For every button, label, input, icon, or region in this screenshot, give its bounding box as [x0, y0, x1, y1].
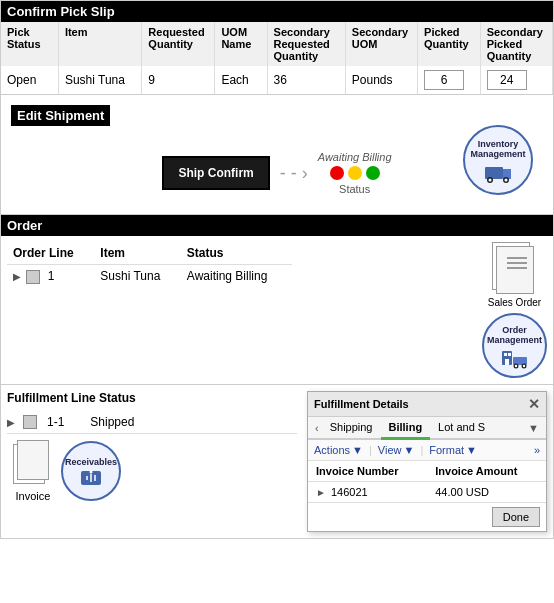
sales-order-icon: Sales Order [488, 242, 541, 308]
sales-order-pages [492, 242, 537, 297]
order-left: Order Line Item Status ▶ [7, 242, 482, 288]
row-expand-arrow[interactable]: ▶ [13, 271, 21, 282]
order-section: Order Order Line Item Status [0, 215, 554, 385]
awaiting-billing-label: Awaiting Billing [318, 151, 392, 163]
red-light [330, 166, 344, 180]
fd-actions-btn[interactable]: Actions ▼ [314, 444, 363, 456]
fulfillment-expand-arrow[interactable]: ▶ [7, 417, 15, 428]
fd-expand-btn[interactable]: » [534, 444, 540, 456]
cell-secondary-uom: Pounds [345, 66, 417, 94]
fd-next-arrow[interactable]: ▼ [525, 422, 542, 434]
fd-footer: Done [308, 502, 546, 531]
invoice-area: Invoice Receivables [7, 433, 297, 508]
invoice-pages [13, 440, 53, 488]
fd-prev-arrow[interactable]: ‹ [312, 422, 322, 434]
cell-requested-qty: 9 [142, 66, 215, 94]
truck-icon [484, 161, 512, 183]
fd-sep1: | [369, 444, 372, 456]
col-order-item: Item [94, 242, 181, 265]
flow-arrow: - - › [280, 163, 308, 184]
col-item: Item [58, 22, 141, 66]
page-line [507, 267, 527, 269]
col-requested-qty: Requested Quantity [142, 22, 215, 66]
ship-confirm-button[interactable]: Ship Confirm [162, 156, 269, 190]
tab-shipping[interactable]: Shipping [322, 417, 381, 440]
invoice-label: Invoice [16, 490, 51, 502]
inventory-mgmt-label: Inventory Management [465, 137, 531, 161]
cell-order-status: Awaiting Billing [181, 265, 292, 288]
cell-order-line: ▶ 1 [7, 265, 94, 288]
fd-toolbar: Actions ▼ | View ▼ | Format ▼ » [308, 440, 546, 461]
fd-format-btn[interactable]: Format ▼ [429, 444, 477, 456]
cell-order-item: Sushi Tuna [94, 265, 181, 288]
svg-rect-7 [504, 353, 507, 356]
svg-rect-9 [505, 359, 509, 365]
svg-point-3 [489, 179, 492, 182]
picked-qty-input[interactable] [424, 70, 464, 90]
sales-order-label: Sales Order [488, 297, 541, 308]
fulfillment-line-status-title: Fulfillment Line Status [7, 391, 297, 405]
receivables-icon [79, 469, 103, 487]
yellow-light [348, 166, 362, 180]
table-row: ► 146021 44.00 USD [308, 482, 546, 503]
tab-billing[interactable]: Billing [381, 417, 431, 440]
fd-tabs: ‹ Shipping Billing Lot and S ▼ [308, 417, 546, 440]
green-light [366, 166, 380, 180]
fd-title: Fulfillment Details [314, 398, 409, 410]
chevron-down-icon: ▼ [352, 444, 363, 456]
chevron-down-icon: ▼ [403, 444, 414, 456]
cell-uom-name: Each [215, 66, 267, 94]
page-line [507, 262, 527, 264]
fd-close-button[interactable]: ✕ [528, 396, 540, 412]
svg-rect-8 [508, 353, 511, 356]
order-header: Order [1, 215, 553, 236]
fulfillment-details-panel: Fulfillment Details ✕ ‹ Shipping Billing… [307, 391, 547, 532]
svg-point-14 [522, 364, 524, 366]
fulfillment-row: ▶ 1-1 Shipped [7, 411, 297, 433]
cell-secondary-picked-qty[interactable] [480, 66, 552, 94]
fd-col-invoice-number: Invoice Number [308, 461, 427, 482]
page-line [507, 257, 527, 259]
receivables-label: Receivables [63, 455, 119, 469]
cell-secondary-requested-qty: 36 [267, 66, 345, 94]
building-truck-icon [501, 347, 529, 369]
svg-rect-0 [485, 167, 503, 179]
cell-pick-status: Open [1, 66, 58, 94]
status-label: Status [339, 183, 370, 195]
fd-sep2: | [420, 444, 423, 456]
fd-done-button[interactable]: Done [492, 507, 540, 527]
doc-icon [26, 270, 40, 284]
col-order-status: Status [181, 242, 292, 265]
tab-lot-and-s[interactable]: Lot and S [430, 417, 493, 440]
fd-cell-invoice-amount: 44.00 USD [427, 482, 546, 503]
inv-page2 [17, 440, 49, 480]
secondary-picked-qty-input[interactable] [487, 70, 527, 90]
row-expand-icon[interactable]: ► [316, 487, 326, 498]
col-picked-qty: Picked Quantity [418, 22, 481, 66]
confirm-pick-slip-header: Confirm Pick Slip [1, 1, 553, 22]
invoice-wrapper: Invoice [13, 440, 53, 502]
page2 [496, 246, 534, 294]
order-body: Order Line Item Status ▶ [1, 236, 553, 384]
fulfillment-left: Fulfillment Line Status ▶ 1-1 Shipped [7, 391, 297, 532]
fd-cell-invoice-number: ► 146021 [308, 482, 427, 503]
traffic-lights [330, 166, 380, 180]
inventory-mgmt-circle: Inventory Management [463, 125, 533, 195]
edit-shipment-section: Edit Shipment Ship Confirm - - › Awaitin… [0, 95, 554, 215]
col-secondary-picked-qty: Secondary Picked Quantity [480, 22, 552, 66]
receivables-circle: Receivables [61, 441, 121, 501]
fd-header: Fulfillment Details ✕ [308, 392, 546, 417]
fd-invoice-table: Invoice Number Invoice Amount ► 146021 4… [308, 461, 546, 502]
confirm-pick-slip-section: Confirm Pick Slip Pick Status Item Reque… [0, 0, 554, 95]
fd-col-invoice-amount: Invoice Amount [427, 461, 546, 482]
table-row: ▶ 1 Sushi Tuna Awaiting Billing [7, 265, 292, 288]
fulfillment-doc-icon [23, 415, 37, 429]
awaiting-billing-box: Awaiting Billing Status [318, 151, 392, 195]
cell-item: Sushi Tuna [58, 66, 141, 94]
cell-picked-qty[interactable] [418, 66, 481, 94]
order-mgmt-circle: Order Management [482, 313, 547, 378]
col-order-line: Order Line [7, 242, 94, 265]
svg-point-5 [505, 179, 508, 182]
fd-view-btn[interactable]: View ▼ [378, 444, 415, 456]
col-uom-name: UOM Name [215, 22, 267, 66]
